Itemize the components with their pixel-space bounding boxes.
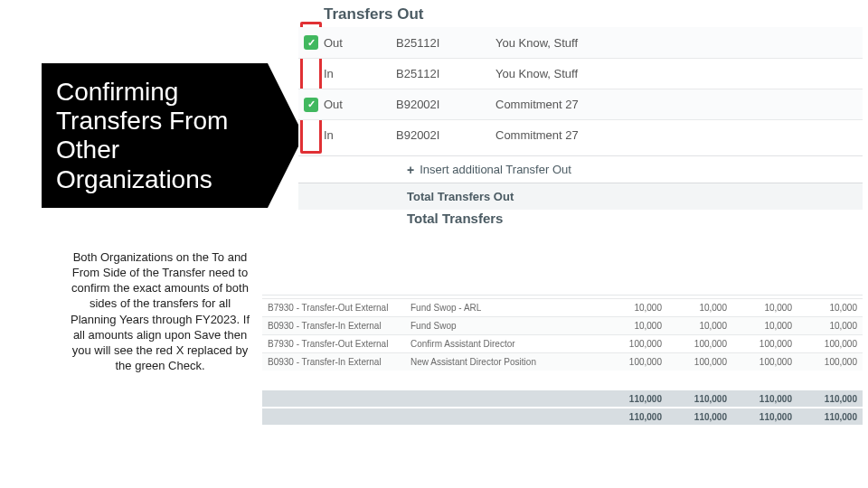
code-cell: B25112I	[396, 36, 495, 50]
total-cell: 110,000	[602, 394, 667, 404]
desc-cell: Confirm Assistant Director	[405, 339, 602, 349]
total-cell: 110,000	[797, 394, 863, 404]
desc-cell: You Know, Stuff	[495, 36, 863, 50]
type-cell: B0930 - Transfer-In External	[262, 321, 405, 331]
status-cell: ✓	[298, 98, 324, 112]
total-transfers-row: Total Transfers	[298, 210, 863, 226]
table-row: ✓ Out B92002I Commitment 27	[298, 89, 863, 119]
value-cell: 100,000	[732, 339, 797, 349]
value-cell: 10,000	[667, 321, 732, 331]
total-transfers-out-label: Total Transfers Out	[407, 190, 514, 203]
total-cell: 110,000	[797, 412, 863, 422]
slide-body-text: Both Organizations on the To and From Si…	[65, 249, 255, 373]
table-row: B0930 - Transfer-In External Fund Swop 1…	[262, 316, 863, 334]
total-cell: 110,000	[667, 394, 732, 404]
code-cell: B25112I	[396, 67, 495, 80]
desc-cell: New Assistant Director Position	[405, 357, 602, 367]
desc-cell: Fund Swop - ARL	[405, 303, 602, 313]
value-cell: 100,000	[667, 357, 732, 367]
check-icon: ✓	[304, 98, 318, 112]
table-row: B7930 - Transfer-Out External Confirm As…	[262, 334, 863, 352]
slide-title: Confirming Transfers From Other Organiza…	[56, 78, 255, 194]
total-cell: 110,000	[732, 412, 797, 422]
total-cell: 110,000	[732, 394, 797, 404]
divider	[262, 295, 863, 296]
code-cell: B92002I	[396, 128, 495, 142]
lower-data-panel: B7930 - Transfer-Out External Fund Swop …	[262, 298, 863, 371]
value-cell: 100,000	[797, 339, 863, 349]
status-cell: ✓	[298, 35, 324, 50]
direction-cell: In	[324, 128, 396, 142]
value-cell: 10,000	[732, 303, 797, 313]
total-transfers-out-row: Total Transfers Out	[298, 183, 863, 210]
insert-transfer-out-link[interactable]: + Insert additional Transfer Out	[298, 155, 863, 183]
table-row: B7930 - Transfer-Out External Fund Swop …	[262, 298, 863, 316]
value-cell: 10,000	[732, 321, 797, 331]
type-cell: B0930 - Transfer-In External	[262, 357, 405, 367]
desc-cell: Commitment 27	[495, 98, 863, 111]
transfers-out-panel: Transfers Out ✓ Out B25112I You Know, St…	[298, 0, 863, 224]
direction-cell: Out	[324, 36, 396, 50]
table-row: B0930 - Transfer-In External New Assista…	[262, 352, 863, 371]
check-icon: ✓	[304, 35, 318, 50]
value-cell: 10,000	[667, 303, 732, 313]
value-cell: 100,000	[602, 357, 667, 367]
value-cell: 100,000	[667, 339, 732, 349]
transfers-out-rows: ✓ Out B25112I You Know, Stuff In B25112I…	[298, 27, 863, 150]
value-cell: 10,000	[602, 303, 667, 313]
value-cell: 10,000	[797, 303, 863, 313]
total-cell: 110,000	[602, 412, 667, 422]
table-row: In B25112I You Know, Stuff	[298, 58, 863, 89]
direction-cell: Out	[324, 98, 396, 111]
direction-cell: In	[324, 67, 396, 80]
type-cell: B7930 - Transfer-Out External	[262, 339, 405, 349]
desc-cell: Fund Swop	[405, 321, 602, 331]
total-transfers-label: Total Transfers	[407, 211, 503, 226]
insert-transfer-out-label: Insert additional Transfer Out	[420, 163, 571, 176]
desc-cell: You Know, Stuff	[495, 67, 863, 80]
value-cell: 100,000	[797, 357, 863, 367]
code-cell: B92002I	[396, 98, 495, 111]
value-cell: 100,000	[732, 357, 797, 367]
table-row: In B92002I Commitment 27	[298, 119, 863, 150]
desc-cell: Commitment 27	[495, 128, 863, 142]
value-cell: 10,000	[797, 321, 863, 331]
value-cell: 10,000	[602, 321, 667, 331]
title-callout: Confirming Transfers From Other Organiza…	[42, 63, 297, 208]
totals-row: 110,000 110,000 110,000 110,000	[262, 390, 863, 407]
value-cell: 100,000	[602, 339, 667, 349]
transfers-out-header: Transfers Out	[298, 2, 863, 29]
plus-icon: +	[407, 163, 414, 177]
totals-row: 110,000 110,000 110,000 110,000	[262, 408, 863, 425]
table-row: ✓ Out B25112I You Know, Stuff	[298, 27, 863, 58]
type-cell: B7930 - Transfer-Out External	[262, 303, 405, 313]
total-cell: 110,000	[667, 412, 732, 422]
